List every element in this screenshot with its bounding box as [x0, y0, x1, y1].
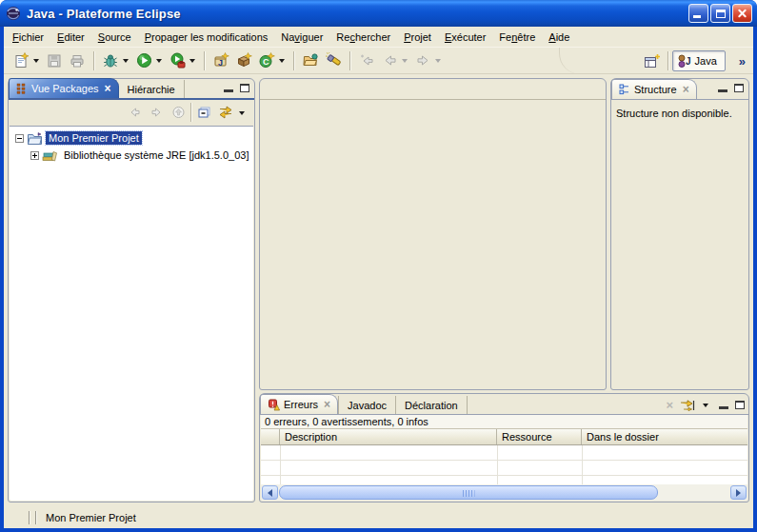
menu-projet[interactable]: Projet: [397, 29, 438, 46]
menu-editer[interactable]: Editer: [50, 29, 91, 46]
view-menu-dropdown[interactable]: [703, 404, 708, 407]
menu-executer[interactable]: Exécuter: [438, 29, 492, 46]
open-perspective-button[interactable]: [641, 50, 664, 71]
perspective-separator: [667, 51, 668, 70]
tree-label-project[interactable]: Mon Premier Projet: [46, 131, 142, 145]
expand-expander-icon[interactable]: [30, 151, 39, 160]
run-dropdown[interactable]: [156, 59, 162, 63]
view-minimize-icon[interactable]: [719, 401, 728, 409]
view-menu-dropdown[interactable]: [239, 111, 245, 115]
last-edit-location-button-disabled: [355, 50, 378, 71]
scroll-left-icon: [268, 489, 272, 497]
tab-declaration[interactable]: Déclaration: [396, 396, 468, 414]
tab-hierarchie[interactable]: Hiérarchie: [119, 80, 185, 98]
menu-rechercher[interactable]: Rechercher: [329, 29, 397, 46]
project-folder-icon: [27, 131, 43, 146]
library-books-icon: [42, 148, 58, 163]
new-wizard-button[interactable]: [10, 50, 32, 71]
tree-label-jre[interactable]: Bibliothèque système JRE [jdk1.5.0_03]: [61, 148, 251, 162]
problems-table-header: Description Ressource Dans le dossier: [261, 429, 747, 445]
last-edit-location-icon: [359, 52, 375, 69]
new-class-icon: C: [259, 52, 275, 69]
menu-propager[interactable]: Propager les modifications: [138, 29, 275, 46]
back-button-disabled: [378, 50, 401, 71]
minimize-button[interactable]: [688, 4, 708, 23]
horizontal-scrollbar[interactable]: [261, 484, 747, 501]
scrollbar-thumb[interactable]: [279, 485, 658, 500]
collapse-expander-icon[interactable]: [15, 134, 24, 143]
view-maximize-icon[interactable]: [240, 84, 249, 92]
debug-dropdown[interactable]: [123, 59, 129, 63]
close-button[interactable]: [732, 4, 752, 23]
tree-item-project[interactable]: Mon Premier Projet: [10, 129, 253, 147]
new-java-project-icon: J: [213, 52, 229, 69]
close-view-icon[interactable]: ×: [105, 84, 111, 93]
new-package-icon: [236, 52, 252, 69]
problems-table-body: [261, 445, 747, 484]
svg-text:J: J: [218, 58, 223, 68]
new-wizard-dropdown[interactable]: [33, 59, 39, 63]
view-minimize-icon[interactable]: [224, 84, 233, 92]
new-class-button[interactable]: C: [255, 50, 278, 71]
tree-item-jre-library[interactable]: Bibliothèque système JRE [jdk1.5.0_03]: [10, 147, 253, 164]
problems-tabstrip: Erreurs × Javadoc Déclaration ×: [260, 394, 748, 415]
tab-structure[interactable]: Structure ×: [611, 79, 697, 99]
java-perspective-button[interactable]: J Java: [672, 50, 726, 71]
scroll-right-button[interactable]: [730, 485, 747, 500]
outline-view: Structure × Structure non disponible.: [610, 78, 749, 390]
back-dropdown-disabled: [402, 59, 408, 63]
menu-aide[interactable]: Aide: [542, 29, 576, 46]
menu-naviguer[interactable]: Naviguer: [274, 29, 329, 46]
maximize-button[interactable]: [710, 4, 730, 23]
toolbar-overflow-chevron[interactable]: »: [739, 54, 746, 69]
menu-fenetre[interactable]: Fenêtre: [492, 29, 542, 46]
column-header-dossier[interactable]: Dans le dossier: [582, 429, 747, 444]
view-minimize-icon[interactable]: [718, 84, 727, 92]
close-view-icon[interactable]: ×: [683, 85, 689, 94]
search-button[interactable]: [322, 50, 345, 71]
tab-erreurs[interactable]: Erreurs ×: [260, 394, 338, 414]
tab-vue-packages[interactable]: Vue Packages ×: [9, 78, 119, 98]
eclipse-window: Java - Plateforme Eclipse Fichier Editer…: [0, 0, 757, 532]
problems-view: Erreurs × Javadoc Déclaration ×: [259, 393, 749, 502]
package-explorer-view: Vue Packages × Hiérarchie: [8, 78, 255, 502]
menu-source[interactable]: Source: [91, 29, 138, 46]
collapse-all-button[interactable]: [194, 103, 213, 121]
package-explorer-tabstrip: Vue Packages × Hiérarchie: [9, 79, 254, 100]
package-explorer-toolbar: [9, 100, 254, 124]
forward-arrow-icon: [415, 52, 431, 69]
print-icon: [70, 53, 85, 69]
outline-message: Structure non disponible.: [611, 100, 748, 119]
new-class-dropdown[interactable]: [279, 59, 285, 63]
status-message: Mon Premier Projet: [46, 512, 136, 523]
external-tools-button[interactable]: [166, 50, 189, 71]
debug-button[interactable]: [99, 50, 122, 71]
editor-area[interactable]: [259, 78, 607, 390]
column-header-ressource[interactable]: Ressource: [497, 429, 582, 444]
svg-text:C: C: [263, 57, 269, 67]
link-with-editor-button[interactable]: [216, 103, 235, 121]
new-java-project-button[interactable]: J: [209, 50, 232, 71]
column-header-blank[interactable]: [261, 429, 280, 444]
tab-javadoc[interactable]: Javadoc: [338, 396, 396, 414]
scroll-left-button[interactable]: [262, 485, 278, 500]
toolbar-curve-divider: [559, 48, 584, 74]
java-perspective-label: Java: [695, 55, 717, 67]
menu-fichier[interactable]: Fichier: [6, 29, 50, 46]
table-row: [261, 445, 747, 461]
delete-marker-button-disabled: ×: [666, 398, 673, 412]
menu-bar: Fichier Editer Source Propager les modif…: [4, 27, 753, 48]
title-bar[interactable]: Java - Plateforme Eclipse: [0, 0, 757, 27]
external-tools-dropdown[interactable]: [189, 59, 195, 63]
view-maximize-icon[interactable]: [734, 84, 744, 92]
column-header-description[interactable]: Description: [280, 429, 497, 444]
package-explorer-tree: Mon Premier Projet Bibliothèque système …: [10, 126, 253, 501]
save-button-disabled: [43, 50, 66, 71]
view-maximize-icon[interactable]: [735, 401, 745, 409]
table-row: [261, 461, 747, 476]
new-package-button[interactable]: [232, 50, 255, 71]
filter-button[interactable]: [680, 399, 695, 412]
run-button[interactable]: [132, 50, 155, 71]
close-view-icon[interactable]: ×: [324, 400, 330, 409]
open-folder-button[interactable]: [299, 50, 322, 71]
